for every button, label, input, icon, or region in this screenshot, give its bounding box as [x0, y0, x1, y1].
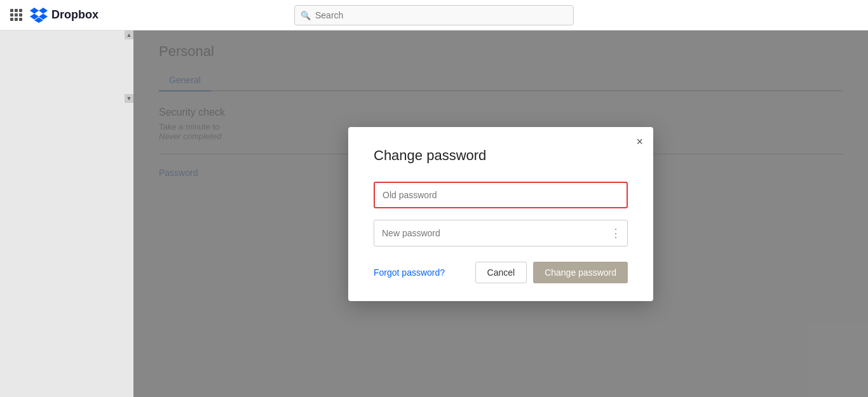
search-input[interactable] — [294, 5, 574, 25]
search-icon: 🔍 — [301, 10, 311, 20]
sidebar-scroll-up[interactable]: ▲ — [125, 30, 133, 39]
modal-overlay: × Change password ⋮ Forgot password? Can… — [133, 30, 868, 397]
apps-grid-icon[interactable] — [10, 9, 22, 21]
dropbox-logo[interactable]: Dropbox — [30, 8, 98, 23]
modal-close-button[interactable]: × — [636, 136, 643, 147]
cancel-button[interactable]: Cancel — [475, 262, 527, 283]
old-password-input[interactable] — [374, 182, 628, 208]
forgot-password-link[interactable]: Forgot password? — [374, 267, 445, 278]
search-bar: 🔍 — [294, 5, 574, 25]
new-password-wrap: ⋮ — [374, 220, 628, 246]
modal-title: Change password — [374, 147, 628, 164]
new-password-input[interactable] — [374, 220, 628, 246]
main-area: ▲ ▼ Personal General Security check Take… — [0, 30, 868, 397]
app-name-label: Dropbox — [51, 8, 98, 22]
password-options-icon[interactable]: ⋮ — [610, 227, 621, 239]
top-navigation: Dropbox 🔍 — [0, 0, 868, 30]
sidebar: ▲ ▼ — [0, 30, 133, 397]
sidebar-scroll-down[interactable]: ▼ — [125, 94, 133, 103]
change-password-button[interactable]: Change password — [533, 262, 628, 283]
content-area: Personal General Security check Take a m… — [133, 30, 868, 397]
modal-footer: Forgot password? Cancel Change password — [374, 262, 628, 283]
change-password-modal: × Change password ⋮ Forgot password? Can… — [348, 127, 653, 301]
footer-buttons: Cancel Change password — [475, 262, 628, 283]
